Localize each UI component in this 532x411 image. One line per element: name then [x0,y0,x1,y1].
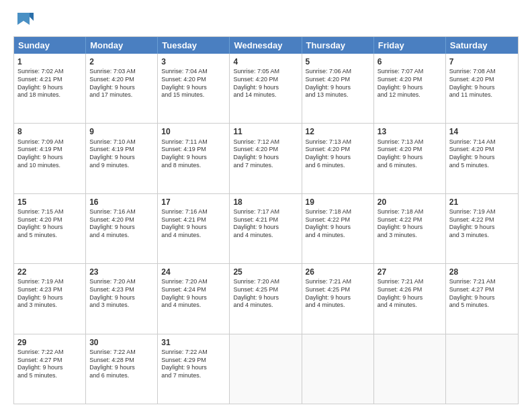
day-info: Sunrise: 7:06 AM Sunset: 4:20 PM Dayligh… [306,68,370,99]
day-number: 5 [306,56,370,67]
day-number: 14 [449,126,515,137]
day-number: 26 [306,267,370,277]
calendar-cell: 25Sunrise: 7:20 AM Sunset: 4:25 PM Dayli… [230,264,302,333]
day-number: 16 [89,197,154,208]
day-number: 7 [449,56,515,67]
day-info: Sunrise: 7:17 AM Sunset: 4:21 PM Dayligh… [233,208,298,240]
day-number: 20 [378,197,442,208]
header-day-wednesday: Wednesday [230,37,302,54]
calendar-cell: 31Sunrise: 7:22 AM Sunset: 4:29 PM Dayli… [158,334,230,404]
calendar-cell: 26Sunrise: 7:21 AM Sunset: 4:25 PM Dayli… [302,264,374,333]
day-info: Sunrise: 7:15 AM Sunset: 4:20 PM Dayligh… [17,208,82,240]
calendar-cell: 17Sunrise: 7:16 AM Sunset: 4:21 PM Dayli… [158,194,230,263]
calendar-body: 1Sunrise: 7:02 AM Sunset: 4:21 PM Daylig… [14,54,518,404]
day-number: 4 [233,56,298,67]
calendar-header: SundayMondayTuesdayWednesdayThursdayFrid… [14,37,518,54]
day-number: 31 [161,337,226,348]
calendar-cell: 8Sunrise: 7:09 AM Sunset: 4:19 PM Daylig… [14,124,86,193]
day-number: 23 [89,267,154,277]
calendar: SundayMondayTuesdayWednesdayThursdayFrid… [13,36,519,404]
calendar-cell: 27Sunrise: 7:21 AM Sunset: 4:26 PM Dayli… [374,264,446,333]
header-day-saturday: Saturday [446,37,518,54]
day-info: Sunrise: 7:19 AM Sunset: 4:23 PM Dayligh… [17,278,82,310]
day-info: Sunrise: 7:11 AM Sunset: 4:19 PM Dayligh… [161,138,226,170]
calendar-cell [374,334,446,404]
calendar-cell: 4Sunrise: 7:05 AM Sunset: 4:20 PM Daylig… [230,54,302,123]
calendar-cell: 20Sunrise: 7:18 AM Sunset: 4:22 PM Dayli… [374,194,446,263]
day-number: 3 [161,56,226,67]
calendar-week-5: 29Sunrise: 7:22 AM Sunset: 4:27 PM Dayli… [14,334,518,404]
calendar-cell: 21Sunrise: 7:19 AM Sunset: 4:22 PM Dayli… [446,194,518,263]
calendar-cell: 16Sunrise: 7:16 AM Sunset: 4:20 PM Dayli… [86,194,158,263]
day-info: Sunrise: 7:14 AM Sunset: 4:20 PM Dayligh… [449,138,515,170]
calendar-cell: 23Sunrise: 7:20 AM Sunset: 4:23 PM Dayli… [86,264,158,333]
calendar-cell: 15Sunrise: 7:15 AM Sunset: 4:20 PM Dayli… [14,194,86,263]
day-info: Sunrise: 7:21 AM Sunset: 4:25 PM Dayligh… [306,278,370,310]
day-info: Sunrise: 7:18 AM Sunset: 4:22 PM Dayligh… [306,208,370,240]
day-number: 21 [449,197,515,208]
calendar-cell: 1Sunrise: 7:02 AM Sunset: 4:21 PM Daylig… [14,54,86,123]
calendar-cell: 9Sunrise: 7:10 AM Sunset: 4:19 PM Daylig… [86,124,158,193]
day-info: Sunrise: 7:03 AM Sunset: 4:20 PM Dayligh… [89,68,154,99]
day-info: Sunrise: 7:07 AM Sunset: 4:20 PM Dayligh… [378,68,442,99]
day-info: Sunrise: 7:04 AM Sunset: 4:20 PM Dayligh… [161,68,226,99]
header-day-tuesday: Tuesday [158,37,230,54]
page: SundayMondayTuesdayWednesdayThursdayFrid… [0,0,532,411]
calendar-cell [446,334,518,404]
day-number: 25 [233,267,298,277]
day-number: 8 [17,126,82,137]
calendar-week-2: 8Sunrise: 7:09 AM Sunset: 4:19 PM Daylig… [14,123,518,193]
calendar-cell: 6Sunrise: 7:07 AM Sunset: 4:20 PM Daylig… [374,54,446,123]
day-info: Sunrise: 7:20 AM Sunset: 4:24 PM Dayligh… [161,278,226,310]
header-day-friday: Friday [374,37,446,54]
day-info: Sunrise: 7:20 AM Sunset: 4:23 PM Dayligh… [89,278,154,310]
day-info: Sunrise: 7:22 AM Sunset: 4:28 PM Dayligh… [89,349,154,380]
calendar-week-3: 15Sunrise: 7:15 AM Sunset: 4:20 PM Dayli… [14,193,518,263]
day-number: 12 [306,126,370,137]
calendar-cell: 18Sunrise: 7:17 AM Sunset: 4:21 PM Dayli… [230,194,302,263]
svg-marker-0 [17,13,30,25]
day-number: 17 [161,197,226,208]
day-info: Sunrise: 7:21 AM Sunset: 4:27 PM Dayligh… [449,278,515,310]
day-info: Sunrise: 7:13 AM Sunset: 4:20 PM Dayligh… [306,138,370,170]
day-number: 18 [233,197,298,208]
calendar-cell: 22Sunrise: 7:19 AM Sunset: 4:23 PM Dayli… [14,264,86,333]
calendar-cell: 30Sunrise: 7:22 AM Sunset: 4:28 PM Dayli… [86,334,158,404]
calendar-cell: 28Sunrise: 7:21 AM Sunset: 4:27 PM Dayli… [446,264,518,333]
day-number: 22 [17,267,82,277]
day-number: 10 [161,126,226,137]
calendar-cell: 29Sunrise: 7:22 AM Sunset: 4:27 PM Dayli… [14,334,86,404]
day-info: Sunrise: 7:18 AM Sunset: 4:22 PM Dayligh… [378,208,442,240]
day-info: Sunrise: 7:10 AM Sunset: 4:19 PM Dayligh… [89,138,154,170]
day-number: 29 [17,337,82,348]
day-info: Sunrise: 7:02 AM Sunset: 4:21 PM Dayligh… [17,68,82,99]
day-number: 24 [161,267,226,277]
day-info: Sunrise: 7:16 AM Sunset: 4:21 PM Dayligh… [161,208,226,240]
day-number: 15 [17,197,82,208]
calendar-cell: 7Sunrise: 7:08 AM Sunset: 4:20 PM Daylig… [446,54,518,123]
day-info: Sunrise: 7:08 AM Sunset: 4:20 PM Dayligh… [449,68,515,99]
day-number: 2 [89,56,154,67]
calendar-cell: 19Sunrise: 7:18 AM Sunset: 4:22 PM Dayli… [302,194,374,263]
day-number: 9 [89,126,154,137]
calendar-week-1: 1Sunrise: 7:02 AM Sunset: 4:21 PM Daylig… [14,54,518,123]
calendar-cell [230,334,302,404]
day-number: 28 [449,267,515,277]
header-day-thursday: Thursday [302,37,374,54]
day-number: 13 [378,126,442,137]
day-info: Sunrise: 7:22 AM Sunset: 4:29 PM Dayligh… [161,349,226,380]
day-number: 27 [378,267,442,277]
day-info: Sunrise: 7:19 AM Sunset: 4:22 PM Dayligh… [449,208,515,240]
calendar-cell [302,334,374,404]
header [13,11,519,31]
calendar-cell: 5Sunrise: 7:06 AM Sunset: 4:20 PM Daylig… [302,54,374,123]
header-day-sunday: Sunday [14,37,86,54]
day-info: Sunrise: 7:20 AM Sunset: 4:25 PM Dayligh… [233,278,298,310]
calendar-cell: 12Sunrise: 7:13 AM Sunset: 4:20 PM Dayli… [302,124,374,193]
day-info: Sunrise: 7:13 AM Sunset: 4:20 PM Dayligh… [378,138,442,170]
day-info: Sunrise: 7:21 AM Sunset: 4:26 PM Dayligh… [378,278,442,310]
day-info: Sunrise: 7:16 AM Sunset: 4:20 PM Dayligh… [89,208,154,240]
day-number: 30 [89,337,154,348]
day-number: 6 [378,56,442,67]
day-number: 11 [233,126,298,137]
